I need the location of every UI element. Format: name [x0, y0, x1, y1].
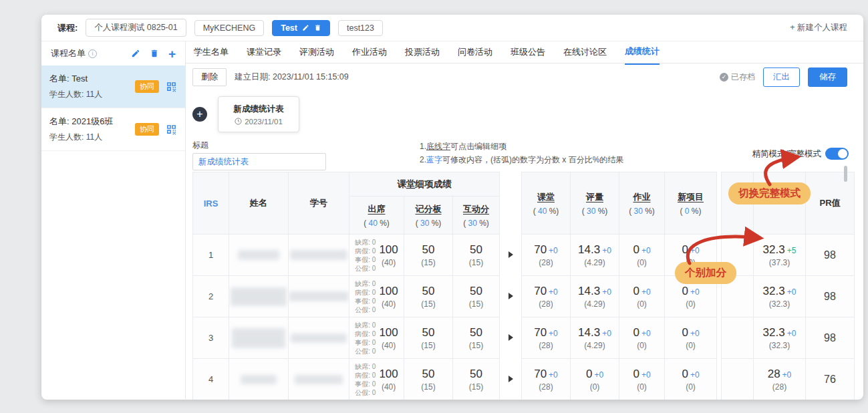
screen: 课程: 个人课程测试 0825-01 MyKECHENG Test test12…	[0, 0, 868, 413]
bonus-value[interactable]: +0	[549, 287, 558, 297]
bonus-value[interactable]: +0	[787, 287, 797, 297]
qr-code-icon[interactable]	[166, 81, 177, 92]
course-chip-active[interactable]: Test	[272, 20, 330, 36]
check-icon: ✓	[720, 73, 728, 82]
tab-student-list[interactable]: 学生名单	[194, 41, 229, 64]
table-scrollbar-thumb[interactable]	[844, 166, 847, 182]
pr-cell: 98	[806, 276, 855, 317]
info-icon[interactable]: i	[88, 49, 97, 58]
course-chip-label: Test	[281, 23, 297, 33]
bonus-value[interactable]: +0	[641, 246, 651, 255]
tab-vote[interactable]: 投票活动	[405, 41, 440, 64]
grade-table-weighted: 课堂( 40 %) 评量( 30 %) 作业( 30 %) 新项目( 0 %) …	[521, 172, 717, 400]
tab-assessment[interactable]: 评测活动	[299, 41, 334, 64]
export-button[interactable]: 汇出	[763, 67, 800, 87]
mode-toggle-switch[interactable]	[825, 148, 849, 160]
grade-table: IRS 姓名 学号 课堂细项成绩 出席( 40 %) 记分板( 30 %) 互动…	[192, 172, 863, 400]
bonus-value[interactable]: +0	[782, 370, 792, 380]
sheet-card-date: 2023/11/01	[235, 118, 283, 126]
col-header-pr: PR值	[806, 172, 855, 235]
edit-roster-icon[interactable]	[131, 49, 140, 58]
tab-forum[interactable]: 在线讨论区	[563, 41, 607, 64]
course-chip-1[interactable]: MyKECHENG	[194, 20, 264, 36]
module-tabs: 学生名单 课堂记录 评测活动 作业活动 投票活动 问卷活动 班级公告 在线讨论区…	[186, 41, 863, 63]
redacted-name	[238, 250, 279, 260]
roster-item-2021[interactable]: 名单: 2021级6班 学生人数: 11人 协同	[41, 108, 185, 151]
expand-row-icon[interactable]	[500, 234, 521, 275]
add-sheet-button[interactable]: +	[192, 107, 207, 122]
bonus-value[interactable]: +0	[787, 329, 797, 338]
hint-line-1: 1.底线字可点击编辑细项	[420, 140, 623, 154]
sheet-card[interactable]: 新成绩统计表 2023/11/01	[218, 96, 299, 132]
table-row: 70+0(28) 0+0(0) 0+0(0) 0+0(0)	[522, 359, 717, 400]
sheet-card-title: 新成绩统计表	[234, 104, 284, 115]
expand-row-icon[interactable]	[500, 317, 521, 358]
delete-sheet-button[interactable]: 删除	[192, 68, 227, 86]
expand-row-icon[interactable]	[500, 358, 521, 400]
body-row: 课程名单 i + 名单: Test 学生人数: 11人	[41, 41, 863, 399]
sheet-title-input[interactable]	[192, 153, 326, 170]
archived-label: 已存档	[731, 72, 755, 83]
table-row: 70+0(28) 14.3+0(4.29) 0+0(0) 0+0(0)	[522, 317, 717, 359]
attendance-detail: 缺席: 0病假: 0事假: 0公假: 0	[355, 279, 376, 314]
pr-cell: 98	[806, 235, 855, 276]
bonus-value[interactable]: +0	[594, 370, 603, 380]
col-header-homework: 作业( 30 %)	[619, 172, 665, 235]
col-header-name: 姓名	[229, 172, 289, 235]
new-personal-course-button[interactable]: + 新建个人课程	[790, 22, 847, 33]
created-date: 建立日期: 2023/11/01 15:15:09	[235, 72, 349, 83]
redacted-student-id	[290, 250, 347, 260]
pr-cell: 76	[806, 359, 855, 400]
course-chip-3[interactable]: test123	[338, 20, 383, 36]
col-header-scoreboard: 记分板( 30 %)	[404, 196, 453, 235]
bonus-value[interactable]: +0	[641, 370, 651, 380]
bonus-value[interactable]: +0	[549, 329, 558, 338]
add-roster-icon[interactable]: +	[168, 47, 176, 60]
table-row: 32.3+0(32.3) 98	[722, 276, 855, 317]
qr-code-icon[interactable]	[166, 124, 177, 135]
bonus-value[interactable]: +0	[549, 370, 558, 380]
bonus-value[interactable]: +0	[690, 246, 700, 255]
irs-cell: 2	[193, 276, 229, 317]
bonus-value[interactable]: +0	[641, 287, 651, 297]
roster-name: 名单: Test	[49, 73, 135, 85]
expand-row-icon[interactable]	[500, 275, 521, 317]
bonus-value[interactable]: +0	[690, 329, 700, 338]
delete-roster-icon[interactable]	[150, 49, 159, 58]
bonus-value[interactable]: +0	[641, 329, 651, 338]
col-header-assessment: 评量( 30 %)	[571, 172, 619, 235]
redacted-student-id	[289, 291, 349, 301]
col-header-class: 课堂( 40 %)	[522, 172, 571, 235]
bonus-value[interactable]: +0	[549, 246, 558, 255]
table-row: 28+0(28) 76	[722, 359, 855, 400]
tab-homework[interactable]: 作业活动	[352, 41, 387, 64]
hint-line-2: 2.蓝字可修改内容，(括弧)的数字为分数 x 百分比%的结果	[420, 154, 623, 167]
tab-grade-stats[interactable]: 成绩统计	[625, 40, 660, 65]
grade-table-left: IRS 姓名 学号 课堂细项成绩 出席( 40 %) 记分板( 30 %) 互动…	[192, 172, 500, 400]
col-header-new-item: 新项目( 0 %)	[665, 172, 717, 235]
delete-course-icon[interactable]	[314, 24, 321, 31]
tab-announcement[interactable]: 班级公告	[511, 41, 545, 64]
table-row: 2 缺席: 0病假: 0事假: 0公假: 0100(40) 50(15) 50(…	[193, 276, 500, 317]
tab-survey[interactable]: 问卷活动	[458, 41, 492, 64]
attendance-detail: 缺席: 0病假: 0事假: 0公假: 0	[355, 321, 376, 356]
col-header-irs[interactable]: IRS	[193, 172, 229, 235]
bonus-value[interactable]: +0	[690, 370, 700, 380]
title-row: 标题 1.底线字可点击编辑细项 2.蓝字可修改内容，(括弧)的数字为分数 x 百…	[192, 140, 863, 168]
bonus-value[interactable]: +5	[787, 246, 797, 255]
course-chip-0[interactable]: 个人课程测试 0825-01	[86, 19, 186, 37]
tab-class-record[interactable]: 课堂记录	[247, 41, 281, 64]
roster-header: 课程名单 i +	[41, 41, 185, 65]
bonus-value[interactable]: +0	[690, 287, 700, 297]
irs-cell: 1	[193, 235, 229, 276]
sheet-cards-row: + 新成绩统计表 2023/11/01	[192, 96, 863, 133]
annotation-individual-bonus: 个别加分	[675, 262, 736, 284]
edit-course-icon[interactable]	[302, 24, 309, 31]
bonus-value[interactable]: +0	[602, 246, 611, 255]
bonus-value[interactable]: +0	[602, 329, 611, 338]
irs-cell: 3	[193, 317, 229, 359]
bonus-value[interactable]: +0	[602, 287, 611, 297]
save-button[interactable]: 储存	[808, 67, 847, 87]
table-row: 32.3+0(32.3) 98	[722, 317, 855, 359]
roster-item-test[interactable]: 名单: Test 学生人数: 11人 协同	[41, 65, 185, 108]
